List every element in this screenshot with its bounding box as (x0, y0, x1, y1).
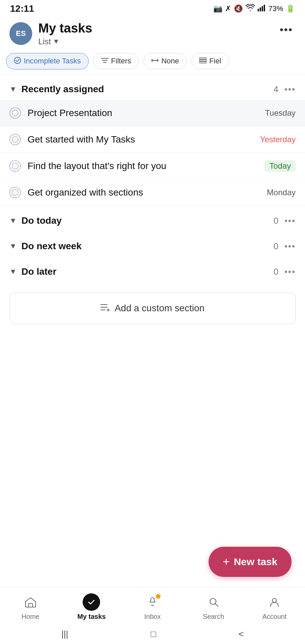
task-list: ▼ Recently assigned 4 ••• Project Presen… (0, 74, 305, 282)
nav-item-search[interactable]: Search (193, 593, 234, 621)
section-more-later-button[interactable]: ••• (285, 267, 296, 277)
back-button[interactable]: < (238, 629, 244, 639)
sort-icon (151, 57, 159, 65)
section-header-right: 4 ••• (273, 84, 296, 95)
menu-button[interactable]: ||| (61, 629, 68, 639)
home-button[interactable]: □ (151, 629, 156, 639)
status-time: 12:11 (10, 3, 34, 14)
avatar[interactable]: ES (9, 22, 32, 45)
nav-item-inbox[interactable]: Inbox (132, 593, 173, 621)
svg-rect-2 (262, 6, 263, 11)
task-checkbox[interactable] (9, 134, 21, 145)
check-circle-icon (14, 57, 21, 66)
task-item-left: Get organized with sections (9, 187, 143, 198)
task-checkbox[interactable] (9, 187, 21, 198)
filter-bar: Incomplete Tasks Filters None (0, 50, 305, 74)
camera-icon: 📷 (213, 4, 222, 13)
search-icon (205, 593, 222, 611)
section-more-today-button[interactable]: ••• (285, 216, 296, 226)
header-subtitle[interactable]: List ▼ (38, 37, 92, 46)
wifi-icon (246, 4, 255, 13)
check-circle-inner (12, 189, 18, 196)
filters-button[interactable]: Filters (93, 53, 139, 69)
new-task-label: New task (234, 556, 277, 568)
section-more-button[interactable]: ••• (285, 84, 296, 95)
section-header-right-nextweek: 0 ••• (273, 241, 296, 252)
battery-text: 73% (268, 4, 283, 13)
task-checkbox[interactable] (9, 160, 21, 172)
task-name: Get organized with sections (28, 187, 143, 198)
inbox-badge (156, 594, 161, 599)
svg-rect-11 (199, 62, 207, 63)
signal-bars (258, 4, 266, 13)
filters-label: Filters (111, 57, 131, 65)
svg-rect-9 (199, 58, 207, 59)
header: ES My tasks List ▼ ••• (0, 17, 305, 50)
section-header-right-today: 0 ••• (273, 216, 296, 226)
list-label: List (38, 37, 51, 46)
section-more-nextweek-button[interactable]: ••• (285, 241, 296, 252)
inbox-icon (144, 593, 161, 611)
search-label: Search (203, 613, 224, 621)
task-name: Project Presentation (28, 108, 112, 118)
home-label: Home (21, 613, 39, 621)
fields-button[interactable]: Fiel (191, 53, 229, 69)
account-icon (266, 593, 283, 611)
task-item-left: Project Presentation (9, 107, 112, 119)
task-item-left: Get started with My Tasks (9, 134, 135, 145)
chevron-down-icon: ▼ (53, 38, 59, 45)
status-icons: 📷 ✗ 🔇 73% 🔋 (213, 4, 295, 13)
task-date: Monday (267, 188, 296, 197)
section-title-do-later: Do later (21, 266, 56, 277)
sort-button[interactable]: None (143, 53, 187, 69)
table-row[interactable]: Get started with My Tasks Yesterday (0, 126, 305, 153)
check-circle-inner (12, 136, 18, 143)
task-date-today: Today (265, 160, 296, 172)
bluetooth-icon: ✗ (225, 4, 231, 13)
section-title-recently-assigned: Recently assigned (21, 84, 104, 95)
section-do-next-week: ▼ Do next week 0 ••• (0, 231, 305, 257)
header-left: ES My tasks List ▼ (9, 21, 92, 46)
task-checkbox[interactable] (9, 107, 21, 119)
table-row[interactable]: Project Presentation Tuesday (0, 100, 305, 126)
chevron-icon: ▼ (9, 242, 17, 251)
section-header-left[interactable]: ▼ Recently assigned (9, 84, 104, 95)
battery-icon: 🔋 (286, 4, 295, 13)
add-custom-section-label: Add a custom section (115, 303, 205, 314)
svg-rect-0 (258, 9, 259, 11)
section-header-left-nextweek[interactable]: ▼ Do next week (9, 241, 82, 252)
table-row[interactable]: Get organized with sections Monday (0, 179, 305, 206)
system-nav-bar: ||| □ < (0, 624, 305, 644)
check-circle-inner (12, 110, 18, 116)
section-count-do-today: 0 (273, 216, 278, 226)
new-task-button[interactable]: + New task (209, 547, 292, 577)
nav-item-home[interactable]: Home (10, 593, 51, 621)
svg-rect-1 (260, 7, 261, 11)
chevron-icon: ▼ (9, 216, 17, 225)
custom-section-icon (100, 303, 110, 314)
section-header-left-today[interactable]: ▼ Do today (9, 215, 62, 226)
inbox-label: Inbox (144, 613, 161, 621)
section-do-today: ▼ Do today 0 ••• (0, 206, 305, 231)
more-button[interactable]: ••• (277, 21, 296, 39)
nav-item-my-tasks[interactable]: My tasks (71, 593, 112, 621)
task-name: Get started with My Tasks (28, 134, 135, 145)
my-tasks-label: My tasks (77, 613, 106, 621)
my-tasks-icon (83, 593, 100, 611)
add-custom-section-button[interactable]: Add a custom section (9, 292, 296, 324)
incomplete-tasks-filter[interactable]: Incomplete Tasks (6, 53, 89, 69)
sort-label: None (161, 57, 179, 65)
svg-rect-10 (199, 60, 207, 61)
section-header-left-later[interactable]: ▼ Do later (9, 266, 56, 277)
nav-item-account[interactable]: Account (254, 593, 295, 621)
task-item-left: Find the layout that's right for you (9, 160, 166, 172)
page-title: My tasks (38, 21, 92, 36)
section-title-do-next-week: Do next week (21, 241, 82, 252)
chevron-icon: ▼ (9, 267, 17, 276)
section-recently-assigned: ▼ Recently assigned 4 ••• (0, 74, 305, 100)
task-date: Tuesday (265, 108, 296, 118)
fields-icon (199, 57, 207, 65)
section-chevron-icon: ▼ (9, 85, 17, 94)
filters-icon (101, 57, 108, 65)
table-row[interactable]: Find the layout that's right for you Tod… (0, 153, 305, 179)
